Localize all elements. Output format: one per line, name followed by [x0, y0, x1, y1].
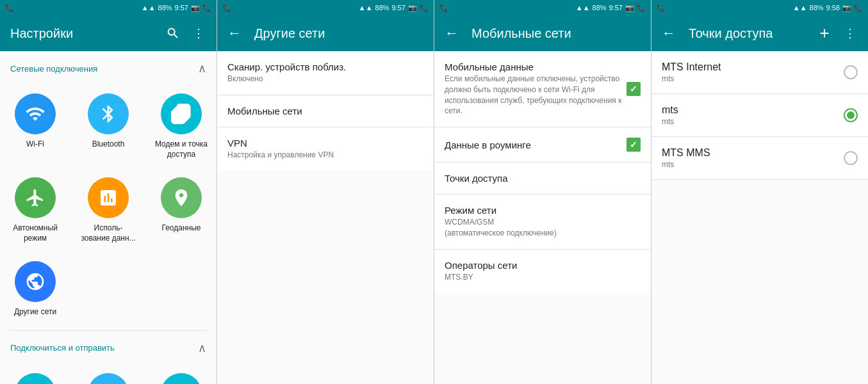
phone-icon-7: 📞 [657, 4, 666, 12]
othernets-cell[interactable]: Другие сети [0, 253, 70, 325]
status-bar-2: 📞 ▲▲ 88% 9:57 📷 📞 [217, 0, 434, 15]
connect-icon-1 [15, 373, 56, 384]
mtsmms-radio[interactable] [844, 151, 858, 165]
scan-item[interactable]: Сканир. устройств поблиз. Включено [217, 51, 434, 95]
mtsinternet-text: MTS Internet mts [662, 61, 721, 83]
netmode-title: Режим сети [445, 205, 641, 216]
connect-section-label: Подключиться и отправить [10, 343, 115, 353]
mtsinternet-ap[interactable]: MTS Internet mts [651, 51, 868, 94]
signal-icon-2: ▲▲ [359, 4, 373, 12]
screen-mobilenets: 📞 ▲▲ 88% 9:57 📷 📞 ← Мобильные сети Мобил… [434, 0, 651, 384]
settings-content: Сетевые подключения ∧ Wi-Fi Bluetooth [0, 51, 217, 384]
network-section-label: Сетевые подключения [10, 64, 97, 74]
operators-title: Операторы сети [445, 260, 641, 271]
phone-icon-2: 📞 [202, 4, 211, 12]
mtsmms-sub: mts [662, 160, 710, 169]
airplane-cell[interactable]: Автономный режим [0, 170, 70, 251]
battery-3: 88% [593, 4, 607, 12]
time-3: 9:57 [609, 4, 623, 12]
modem-icon-circle [161, 93, 202, 134]
signal-icon-1: ▲▲ [142, 4, 156, 12]
othernets-title: Другие сети [254, 26, 423, 41]
connect-chevron: ∧ [198, 341, 206, 355]
mobiledata-item[interactable]: Мобильные данные Если мобильные данные о… [434, 51, 651, 127]
mts-radio-inner [847, 111, 855, 119]
othernets-content: Сканир. устройств поблиз. Включено Мобил… [217, 51, 434, 384]
back-button-accesspoints[interactable]: ← [662, 25, 676, 42]
roaming-title: Данные в роуминге [445, 140, 626, 150]
bluetooth-cell[interactable]: Bluetooth [73, 86, 143, 167]
more-button-ap[interactable]: ⋮ [842, 26, 858, 41]
mobiledata-checkbox [626, 82, 641, 96]
othernets-icon-circle [15, 261, 56, 302]
datausage-cell[interactable]: Исполь-зование данн... [73, 170, 143, 251]
camera-icon-3: 📷 [625, 4, 634, 12]
status-left-3: 📞 [439, 4, 448, 12]
vpn-subtitle: Настройка и управление VPN [227, 150, 423, 161]
mtsinternet-name: MTS Internet [662, 61, 721, 73]
scan-subtitle: Включено [227, 74, 423, 84]
mts-ap[interactable]: mts mts [651, 94, 868, 137]
mtsmms-name: MTS MMS [662, 147, 710, 159]
time-1: 9:57 [175, 4, 188, 12]
status-bar-4: 📞 ▲▲ 88% 9:58 📷 📞 [651, 0, 868, 15]
time-2: 9:57 [392, 4, 405, 12]
ap-bar-icons: ⋮ [817, 26, 858, 41]
geodata-cell[interactable]: Геоданные [146, 170, 217, 251]
status-right-3: ▲▲ 88% 9:57 📷 📞 [576, 4, 646, 12]
accesspoints-text: Точки доступа [445, 173, 641, 184]
time-4: 9:58 [826, 4, 840, 12]
airplane-label: Автономный режим [3, 223, 68, 243]
wifi-cell[interactable]: Wi-Fi [0, 86, 70, 167]
status-bar-1: 📞 ▲▲ 88% 9:57 📷 📞 [0, 0, 217, 15]
operators-item[interactable]: Операторы сети MTS.BY [434, 250, 651, 293]
mtsinternet-radio[interactable] [844, 65, 858, 79]
network-chevron: ∧ [198, 61, 206, 76]
modem-label: Модем и точка доступа [149, 140, 214, 159]
roaming-check[interactable] [626, 138, 641, 152]
scan-title: Сканир. устройств поблиз. [227, 61, 423, 72]
mtsinternet-sub: mts [662, 74, 721, 83]
connect-cell-2[interactable] [73, 365, 143, 384]
mobilenets-item[interactable]: Мобильные сети [217, 95, 434, 127]
mobiledata-check[interactable] [626, 82, 641, 96]
roaming-item[interactable]: Данные в роуминге [434, 127, 651, 163]
mobilenets-content: Мобильные данные Если мобильные данные о… [434, 51, 651, 384]
netmode-item[interactable]: Режим сети WCDMA/GSM(автоматическое подк… [434, 195, 651, 250]
wifi-icon-circle [15, 93, 56, 134]
connect-cell-3[interactable] [146, 365, 217, 384]
mts-name: mts [662, 104, 678, 116]
camera-icon-2: 📷 [408, 4, 417, 12]
back-button-othernets[interactable]: ← [227, 25, 242, 42]
modem-cell[interactable]: Модем и точка доступа [146, 86, 217, 167]
connect-icon-3 [161, 373, 202, 384]
mts-text: mts mts [662, 104, 678, 126]
status-left-2: 📞 [222, 4, 231, 12]
add-button[interactable] [817, 26, 832, 41]
phone-icon-8: 📞 [854, 4, 863, 12]
phone-icon-5: 📞 [439, 4, 448, 12]
app-bar-settings: Настройки ⋮ [0, 15, 217, 51]
phone-icon-3: 📞 [222, 4, 231, 12]
status-right-2: ▲▲ 88% 9:57 📷 📞 [359, 4, 429, 12]
status-left-4: 📞 [657, 4, 666, 12]
mtsmms-ap[interactable]: MTS MMS mts [651, 137, 868, 180]
back-button-mobilenets[interactable]: ← [445, 25, 459, 42]
screen-othernets: 📞 ▲▲ 88% 9:57 📷 📞 ← Другие сети Сканир. … [217, 0, 434, 384]
mobilenets-title: Мобильные сети [471, 26, 641, 41]
network-section-header[interactable]: Сетевые подключения ∧ [0, 51, 217, 81]
geodata-label: Геоданные [161, 223, 201, 234]
accesspoints-item[interactable]: Точки доступа [434, 163, 651, 195]
connect-section-header[interactable]: Подключиться и отправить ∧ [0, 331, 217, 360]
status-left-1: 📞 [5, 4, 14, 12]
connect-cell-1[interactable] [0, 365, 70, 384]
phone-icon-6: 📞 [637, 4, 646, 12]
vpn-item[interactable]: VPN Настройка и управление VPN [217, 127, 434, 171]
mts-radio[interactable] [844, 108, 858, 122]
connect-icon-grid [0, 360, 217, 384]
roaming-text: Данные в роуминге [445, 140, 626, 150]
screens-container: 📞 ▲▲ 88% 9:57 📷 📞 Настройки ⋮ Сете [0, 0, 868, 384]
more-button[interactable]: ⋮ [191, 26, 206, 41]
search-button[interactable] [165, 26, 181, 41]
battery-4: 88% [810, 4, 824, 12]
